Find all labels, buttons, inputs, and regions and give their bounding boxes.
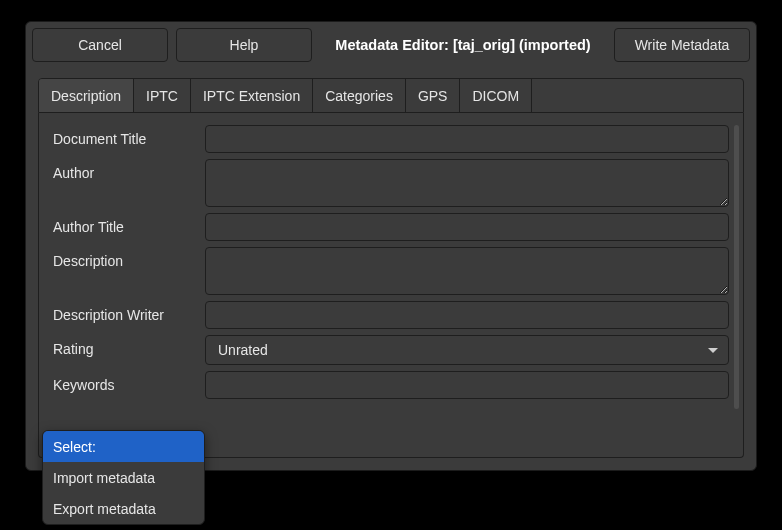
cancel-button[interactable]: Cancel <box>32 28 168 62</box>
select-rating[interactable]: Unrated <box>205 335 729 365</box>
label-description-writer: Description Writer <box>53 301 205 323</box>
popup-import-metadata[interactable]: Import metadata <box>43 462 204 493</box>
input-description-writer[interactable] <box>205 301 729 329</box>
tab-iptc[interactable]: IPTC <box>134 79 191 112</box>
input-description[interactable] <box>205 247 729 295</box>
row-author: Author <box>53 159 729 207</box>
tab-description[interactable]: Description <box>39 79 134 112</box>
tab-bar-spacer <box>532 79 743 112</box>
row-document-title: Document Title <box>53 125 729 153</box>
row-author-title: Author Title <box>53 213 729 241</box>
input-keywords[interactable] <box>205 371 729 399</box>
label-description: Description <box>53 247 205 269</box>
tab-panel-description: Document Title Author Author Title Descr… <box>38 113 744 458</box>
dialog-content: Description IPTC IPTC Extension Categori… <box>26 68 756 470</box>
write-metadata-button-label: Write Metadata <box>635 37 730 53</box>
panel-scrollbar[interactable] <box>734 125 739 409</box>
row-rating: Rating Unrated <box>53 335 729 365</box>
row-description: Description <box>53 247 729 295</box>
chevron-down-icon <box>708 348 718 353</box>
panel-inner: Document Title Author Author Title Descr… <box>53 125 729 457</box>
tab-label: Description <box>51 88 121 104</box>
label-rating: Rating <box>53 335 205 357</box>
import-export-popup: Select: Import metadata Export metadata <box>42 430 205 525</box>
popup-export-label: Export metadata <box>53 501 156 517</box>
tab-gps[interactable]: GPS <box>406 79 461 112</box>
tab-label: GPS <box>418 88 448 104</box>
tab-label: DICOM <box>472 88 519 104</box>
popup-header: Select: <box>43 431 204 462</box>
tab-label: IPTC <box>146 88 178 104</box>
row-keywords: Keywords <box>53 371 729 399</box>
dialog-title: Metadata Editor: [taj_orig] (imported) <box>320 37 606 53</box>
label-author-title: Author Title <box>53 213 205 235</box>
label-keywords: Keywords <box>53 371 205 393</box>
row-description-writer: Description Writer <box>53 301 729 329</box>
tab-label: Categories <box>325 88 393 104</box>
label-author: Author <box>53 159 205 181</box>
input-author-title[interactable] <box>205 213 729 241</box>
tab-dicom[interactable]: DICOM <box>460 79 532 112</box>
metadata-editor-dialog: Cancel Help Metadata Editor: [taj_orig] … <box>25 21 757 471</box>
write-metadata-button[interactable]: Write Metadata <box>614 28 750 62</box>
popup-import-label: Import metadata <box>53 470 155 486</box>
label-document-title: Document Title <box>53 125 205 147</box>
popup-header-label: Select: <box>53 439 96 455</box>
input-document-title[interactable] <box>205 125 729 153</box>
tab-label: IPTC Extension <box>203 88 300 104</box>
help-button-label: Help <box>230 37 259 53</box>
input-author[interactable] <box>205 159 729 207</box>
select-rating-value: Unrated <box>218 342 268 358</box>
tab-categories[interactable]: Categories <box>313 79 406 112</box>
tab-iptc-extension[interactable]: IPTC Extension <box>191 79 313 112</box>
tab-bar: Description IPTC IPTC Extension Categori… <box>38 78 744 113</box>
cancel-button-label: Cancel <box>78 37 122 53</box>
popup-export-metadata[interactable]: Export metadata <box>43 493 204 524</box>
titlebar: Cancel Help Metadata Editor: [taj_orig] … <box>26 22 756 68</box>
help-button[interactable]: Help <box>176 28 312 62</box>
